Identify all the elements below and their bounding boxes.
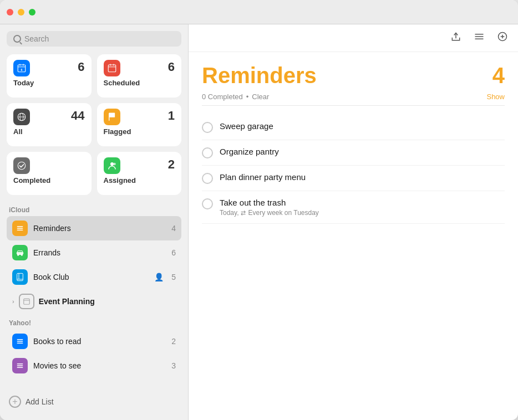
reminder-checkbox-1[interactable] bbox=[202, 122, 213, 133]
reminder-checkbox-4[interactable] bbox=[202, 198, 213, 209]
recur-icon: ⇄ bbox=[241, 209, 246, 217]
sidebar-item-bookclub[interactable]: Book Club 👤 5 bbox=[7, 265, 181, 289]
sidebar-item-reminders[interactable]: Reminders 4 bbox=[7, 216, 181, 240]
reminder-title-3: Plan dinner party menu bbox=[220, 172, 306, 182]
reminder-subtitle-4: Today, ⇄ Every week on Tuesday bbox=[220, 209, 505, 217]
bookstoread-list-icon bbox=[12, 334, 28, 349]
reminder-content-3: Plan dinner party menu bbox=[220, 172, 505, 182]
reminder-date-4: Today, bbox=[220, 209, 238, 217]
bookclub-list-icon bbox=[12, 269, 28, 285]
completed-label: Completed bbox=[13, 176, 85, 185]
show-button[interactable]: Show bbox=[486, 93, 505, 101]
smart-card-today[interactable]: 6 6 Today bbox=[7, 54, 92, 98]
errands-list-icon bbox=[12, 245, 28, 260]
today-count: 6 bbox=[78, 60, 84, 74]
toolbar bbox=[189, 24, 518, 52]
smart-card-completed[interactable]: 0 Completed bbox=[7, 152, 92, 195]
flagged-icon bbox=[104, 109, 120, 125]
assigned-count: 2 bbox=[168, 157, 175, 172]
assigned-icon bbox=[104, 157, 120, 174]
smart-card-assigned[interactable]: 2 Assigned bbox=[97, 152, 182, 195]
svg-point-19 bbox=[17, 254, 19, 255]
reminder-checkbox-3[interactable] bbox=[202, 173, 213, 184]
svg-rect-22 bbox=[23, 299, 29, 304]
assigned-label: Assigned bbox=[104, 176, 175, 185]
close-button[interactable] bbox=[7, 9, 13, 16]
clear-button[interactable]: Clear bbox=[252, 93, 269, 101]
reminder-content-4: Take out the trash Today, ⇄ Every week o… bbox=[220, 198, 505, 217]
errands-list-name: Errands bbox=[33, 248, 166, 257]
moviestosee-list-icon bbox=[12, 358, 28, 373]
all-label: All bbox=[13, 127, 85, 136]
sidebar: Search 6 bbox=[0, 24, 189, 420]
smart-card-flagged[interactable]: 1 Flagged bbox=[97, 103, 182, 146]
svg-point-13 bbox=[110, 162, 114, 166]
add-list-icon: + bbox=[9, 396, 21, 408]
reminder-row-1: Sweep garage bbox=[202, 115, 505, 140]
share-button[interactable] bbox=[449, 30, 463, 46]
reminder-title-2: Organize pantry bbox=[220, 147, 279, 156]
scheduled-icon bbox=[104, 60, 120, 76]
main-panel: Reminders 4 0 Completed • Clear Show Swe… bbox=[189, 24, 518, 420]
moviestosee-list-count: 3 bbox=[171, 361, 176, 370]
moviestosee-list-name: Movies to see bbox=[33, 361, 166, 370]
titlebar bbox=[0, 0, 518, 24]
bookstoread-list-name: Books to read bbox=[33, 337, 166, 346]
reminder-recur-text-4: Every week on Tuesday bbox=[248, 209, 318, 217]
all-icon bbox=[13, 109, 30, 125]
reminder-row-4: Take out the trash Today, ⇄ Every week o… bbox=[202, 191, 505, 224]
reminder-row-2: Organize pantry bbox=[202, 140, 505, 166]
sidebar-item-eventplanning[interactable]: › Event Planning bbox=[7, 289, 181, 314]
sidebar-item-bookstoread[interactable]: Books to read 2 bbox=[7, 329, 181, 354]
add-reminder-button[interactable] bbox=[496, 30, 509, 46]
icloud-section-header: iCloud bbox=[7, 206, 181, 214]
svg-text:6: 6 bbox=[21, 68, 23, 71]
add-list-button[interactable]: + Add List bbox=[7, 390, 181, 413]
search-placeholder: Search bbox=[24, 34, 49, 43]
list-options-button[interactable] bbox=[473, 30, 486, 46]
content-area: Reminders 4 0 Completed • Clear Show Swe… bbox=[189, 52, 518, 420]
svg-point-20 bbox=[21, 254, 23, 255]
all-count: 44 bbox=[71, 109, 84, 123]
scheduled-count: 6 bbox=[168, 60, 175, 74]
flagged-count: 1 bbox=[168, 109, 175, 123]
today-label: Today bbox=[13, 79, 85, 87]
traffic-lights bbox=[7, 9, 35, 16]
chevron-right-icon: › bbox=[12, 298, 14, 305]
search-icon bbox=[13, 35, 21, 43]
sidebar-item-moviestosee[interactable]: Movies to see 3 bbox=[7, 354, 181, 378]
sidebar-item-errands[interactable]: Errands 6 bbox=[7, 240, 181, 265]
add-list-label: Add List bbox=[26, 397, 54, 406]
smart-card-all[interactable]: 44 All bbox=[7, 103, 92, 146]
completed-count-text: 0 Completed bbox=[202, 93, 243, 101]
eventplanning-name: Event Planning bbox=[39, 297, 95, 306]
yahoo-section-header: Yahoo! bbox=[7, 319, 181, 327]
reminders-heading: Reminders 4 bbox=[202, 63, 505, 88]
reminders-list-count: 4 bbox=[171, 224, 176, 233]
scheduled-label: Scheduled bbox=[104, 79, 175, 87]
reminder-content-1: Sweep garage bbox=[220, 121, 505, 131]
smart-card-scheduled[interactable]: 6 Scheduled bbox=[97, 54, 182, 98]
search-bar[interactable]: Search bbox=[7, 31, 181, 47]
reminder-title-4: Take out the trash bbox=[220, 198, 286, 207]
reminder-row-3: Plan dinner party menu bbox=[202, 166, 505, 191]
reminders-list-name: Reminders bbox=[33, 224, 166, 233]
minimize-button[interactable] bbox=[18, 9, 24, 16]
bookclub-list-name: Book Club bbox=[33, 273, 149, 281]
errands-list-count: 6 bbox=[171, 248, 176, 257]
svg-point-12 bbox=[18, 162, 26, 170]
reminders-list-icon bbox=[12, 221, 28, 236]
reminder-title-1: Sweep garage bbox=[220, 121, 273, 131]
maximize-button[interactable] bbox=[29, 9, 35, 16]
flagged-label: Flagged bbox=[104, 127, 175, 136]
reminders-total-count: 4 bbox=[492, 63, 505, 88]
completed-bar: 0 Completed • Clear Show bbox=[202, 93, 505, 106]
bookstoread-list-count: 2 bbox=[171, 337, 176, 346]
reminders-title-text: Reminders bbox=[202, 63, 317, 88]
reminder-checkbox-2[interactable] bbox=[202, 147, 213, 158]
separator-dot: • bbox=[246, 93, 249, 101]
shared-icon: 👤 bbox=[154, 273, 164, 281]
app-window: Search 6 bbox=[0, 0, 518, 420]
svg-point-14 bbox=[113, 163, 116, 166]
today-icon: 6 bbox=[13, 60, 30, 76]
